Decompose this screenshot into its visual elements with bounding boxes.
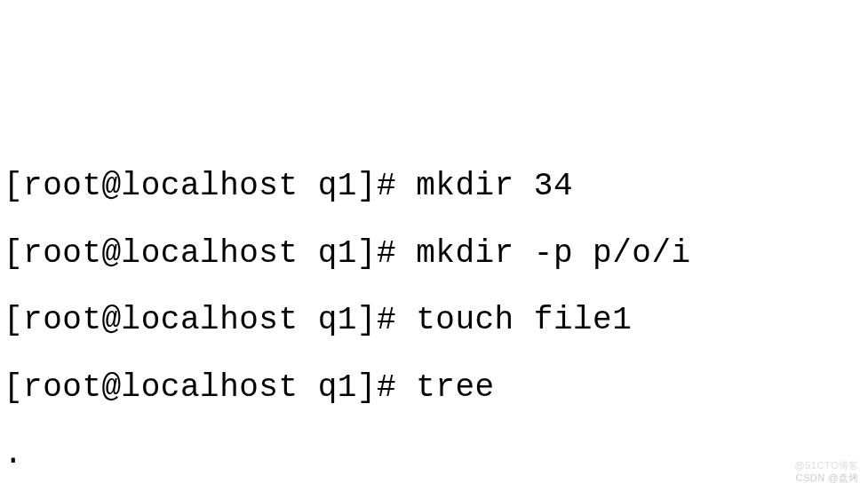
command-line: [root@localhost q1]# tree bbox=[4, 371, 864, 405]
terminal-output: [root@localhost q1]# mkdir 34 [root@loca… bbox=[4, 136, 864, 491]
command-line: [root@localhost q1]# touch file1 bbox=[4, 304, 864, 337]
watermark-text: CSDN @盘烤 bbox=[796, 473, 859, 484]
command-line: [root@localhost q1]# mkdir -p p/o/i bbox=[4, 237, 864, 271]
tree-root: . bbox=[4, 438, 864, 471]
command-line: [root@localhost q1]# mkdir 34 bbox=[4, 170, 864, 203]
watermark-text: @51CTO博客 bbox=[795, 461, 859, 471]
